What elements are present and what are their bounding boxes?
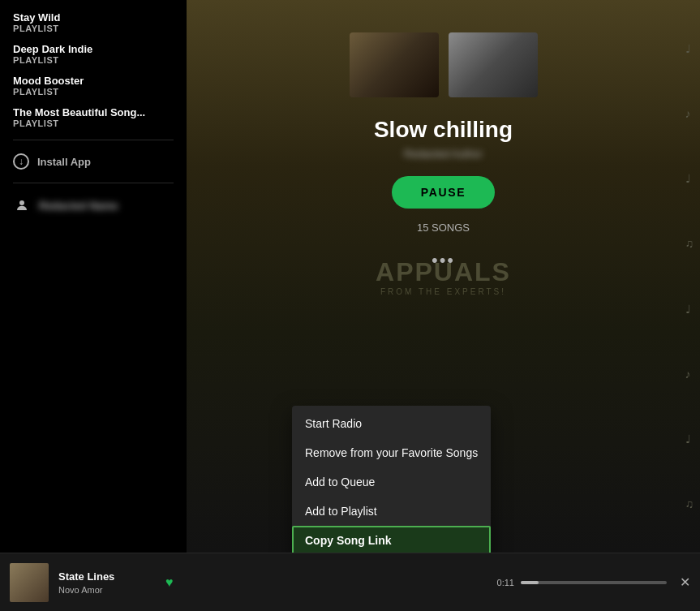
music-note-6: ♪ (685, 368, 694, 381)
context-menu-remove-favorite[interactable]: Remove from your Favorite Songs (292, 438, 491, 467)
sidebar: Stay Wild PLAYLIST Deep Dark Indie PLAYL… (0, 0, 187, 553)
album-art-row (350, 32, 538, 97)
music-note-4: ♫ (685, 237, 694, 250)
music-note-2: ♪ (685, 107, 694, 120)
album-art-2 (449, 32, 538, 97)
player-current-time: 0:11 (497, 578, 514, 587)
sidebar-item-mood-booster[interactable]: Mood Booster PLAYLIST (0, 70, 187, 101)
player-close-button[interactable]: ✕ (680, 574, 690, 590)
music-note-8: ♫ (685, 497, 694, 510)
download-icon: ↓ (13, 153, 29, 170)
sidebar-item-name-2: Mood Booster (13, 75, 174, 87)
install-app-button[interactable]: ↓ Install App (0, 147, 187, 176)
sidebar-item-stay-wild[interactable]: Stay Wild PLAYLIST (0, 6, 187, 38)
sidebar-item-type-1: PLAYLIST (13, 55, 174, 65)
user-name: Redacted Name (39, 200, 118, 212)
heart-icon[interactable]: ♥ (165, 575, 174, 590)
playlist-author: Redacted Author (404, 148, 483, 160)
music-note-5: ♩ (685, 303, 694, 316)
player-album-art (10, 563, 49, 602)
sidebar-divider-2 (13, 183, 174, 183)
context-menu-add-to-playlist[interactable]: Add to Playlist (292, 497, 491, 526)
player-controls-right: 0:11 ✕ (497, 574, 690, 590)
watermark-bottom: FROM THE EXPERTS! (376, 287, 511, 296)
playlist-title: Slow chilling (374, 117, 513, 143)
music-note-7: ♩ (685, 432, 694, 445)
sidebar-item-beautiful-song[interactable]: The Most Beautiful Song... PLAYLIST (0, 101, 187, 133)
sidebar-item-name-3: The Most Beautiful Song... (13, 106, 174, 118)
music-note-1: ♩ (685, 42, 694, 55)
install-app-label: Install App (37, 156, 91, 168)
songs-count: 15 SONGS (417, 222, 470, 234)
more-options-button[interactable]: ••• (432, 250, 455, 271)
pause-button[interactable]: PAUSE (392, 176, 496, 209)
player-bar: State Lines Novo Amor ♥ 0:11 ✕ (0, 553, 700, 611)
context-menu-add-to-queue[interactable]: Add to Queue (292, 467, 491, 497)
album-art-1 (350, 32, 439, 97)
context-menu: Start Radio Remove from your Favorite So… (292, 406, 491, 553)
player-track-artist: Novo Amor (58, 585, 156, 595)
app-layout: Stay Wild PLAYLIST Deep Dark Indie PLAYL… (0, 0, 700, 553)
player-progress-fill (521, 581, 539, 584)
sidebar-divider (13, 140, 174, 140)
music-note-3: ♩ (685, 172, 694, 185)
sidebar-item-type-2: PLAYLIST (13, 87, 174, 97)
sidebar-item-type-3: PLAYLIST (13, 118, 174, 128)
sidebar-item-name-0: Stay Wild (13, 11, 174, 24)
context-menu-copy-link[interactable]: Copy Song Link (292, 526, 491, 553)
player-progress-bar[interactable] (521, 581, 667, 584)
context-menu-start-radio[interactable]: Start Radio (292, 409, 491, 438)
player-track-info: State Lines Novo Amor (58, 570, 156, 595)
sidebar-item-name-1: Deep Dark Indie (13, 43, 174, 55)
svg-point-0 (19, 200, 24, 205)
player-track-name: State Lines (58, 570, 156, 583)
user-profile-button[interactable]: Redacted Name (0, 190, 187, 221)
main-content: Slow chilling Redacted Author PAUSE 15 S… (187, 0, 700, 553)
sidebar-item-type-0: PLAYLIST (13, 24, 174, 33)
sidebar-item-deep-dark[interactable]: Deep Dark Indie PLAYLIST (0, 38, 187, 70)
music-notes-column: ♩ ♪ ♩ ♫ ♩ ♪ ♩ ♫ (685, 0, 694, 553)
user-icon (13, 196, 31, 214)
